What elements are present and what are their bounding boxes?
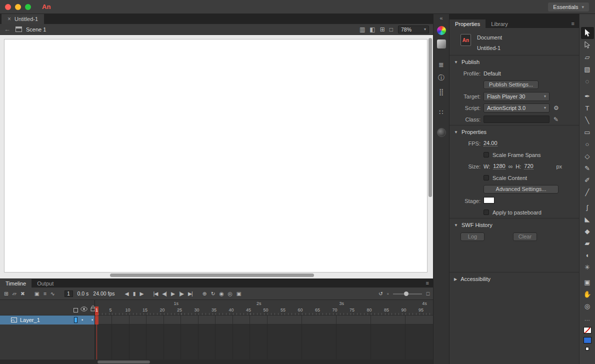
info-panel-icon[interactable]: ⓘ — [437, 74, 446, 82]
reset-timeline-zoom-icon[interactable]: ↺ — [378, 290, 382, 296]
horizontal-scrollbar-thumb[interactable] — [110, 274, 314, 277]
color-panel-icon[interactable] — [437, 26, 446, 35]
stage-color-swatch[interactable] — [484, 197, 494, 204]
pause-icon[interactable]: ▮ — [133, 290, 136, 296]
stage-fill-icon[interactable]: ◧ — [370, 26, 375, 33]
loop-icon[interactable]: ↻ — [211, 290, 215, 296]
swf-log-button[interactable]: Log — [460, 232, 484, 241]
tab-timeline[interactable]: Timeline — [0, 279, 32, 288]
timeline-hscrollbar[interactable] — [0, 360, 433, 364]
go-to-last-frame-icon[interactable]: ▶| — [188, 290, 192, 296]
layer-outline-swatch[interactable] — [74, 317, 78, 323]
asset-warp-tool[interactable]: ✳ — [581, 261, 594, 273]
visibility-column-icon[interactable] — [80, 306, 88, 312]
pencil-tool[interactable]: ✎ — [581, 162, 594, 174]
paint-brush-tool[interactable]: ╱ — [581, 186, 594, 198]
polystar-tool[interactable]: ◇ — [581, 150, 594, 162]
camera-icon[interactable]: ▥ — [360, 26, 365, 33]
stroke-color-swatch[interactable] — [584, 327, 592, 334]
document-name[interactable]: Untitled-1 — [477, 45, 502, 51]
minimize-window-icon[interactable] — [15, 4, 21, 10]
paint-bucket-tool[interactable]: ◣ — [581, 213, 594, 225]
camera-tool[interactable]: ▣ — [581, 276, 594, 288]
outline-column-icon[interactable] — [74, 308, 78, 312]
script-settings-icon[interactable]: ⚙ — [554, 104, 559, 112]
edit-class-icon[interactable]: ✎ — [554, 116, 558, 123]
target-select[interactable]: Flash Player 30 ▾ — [484, 92, 550, 101]
advanced-settings-button[interactable]: Advanced Settings... — [484, 185, 558, 194]
free-transform-tool[interactable]: ▱ — [581, 51, 594, 63]
pen-tool[interactable]: ✒ — [581, 90, 594, 102]
tab-properties[interactable]: Properties — [450, 20, 486, 28]
line-tool[interactable]: ╲ — [581, 114, 594, 126]
center-frame-icon[interactable]: ⊕ — [202, 290, 206, 296]
swf-clear-button[interactable]: Clear — [513, 232, 537, 241]
new-layer-icon[interactable]: ⊞ — [4, 290, 8, 296]
frame-ruler[interactable]: 1s2s3s4s15101520253035404550556065707580… — [95, 300, 433, 316]
go-to-first-frame-icon[interactable]: |◀ — [153, 290, 158, 296]
collapse-panels-icon[interactable]: « — [440, 15, 442, 21]
new-folder-icon[interactable]: ▱ — [12, 290, 16, 296]
align-panel-icon[interactable]: ≣ — [437, 60, 446, 69]
next-frame-icon[interactable]: |▶ — [179, 290, 184, 296]
vertical-scrollbar-thumb[interactable] — [428, 38, 432, 197]
oval-tool[interactable]: ○ — [581, 138, 594, 150]
properties-section-header[interactable]: ▼ Properties — [450, 126, 579, 138]
checkbox-icon[interactable] — [484, 152, 489, 158]
layer-lock-dot[interactable]: • — [92, 318, 93, 322]
eraser-tool[interactable]: ▰ — [581, 237, 594, 249]
step-back-icon[interactable]: ◀ — [125, 290, 128, 296]
more-tools-icon[interactable]: ⋯ — [584, 317, 590, 324]
text-tool[interactable]: T — [581, 102, 594, 114]
frame-zoom-slider[interactable] — [393, 290, 422, 297]
classic-brush-tool[interactable]: ✐ — [581, 174, 594, 186]
onion-skin-icon[interactable]: ◉ — [219, 290, 223, 296]
current-frame-readout[interactable]: 1 — [64, 290, 73, 297]
apply-to-pasteboard-checkbox[interactable]: Apply to pasteboard — [484, 210, 575, 216]
tab-output[interactable]: Output — [32, 279, 59, 288]
workspace-switcher[interactable]: Essentials ▾ — [548, 2, 589, 12]
script-select[interactable]: ActionScript 3.0 ▾ — [484, 104, 550, 112]
checkbox-icon[interactable] — [484, 210, 489, 215]
zoom-in-frames-icon[interactable]: □ — [426, 290, 429, 296]
accessibility-section-header[interactable]: ▶ Accessibility — [450, 272, 579, 284]
selection-tool[interactable] — [581, 27, 594, 39]
layer-frames-row[interactable] — [95, 316, 433, 324]
lasso-tool[interactable]: ◌ — [581, 75, 594, 87]
layer-name[interactable]: Layer_1 — [20, 317, 40, 323]
edit-multiple-frames-icon[interactable]: ▣ — [236, 290, 241, 296]
scale-content-checkbox[interactable]: Scale Content — [484, 175, 575, 181]
back-icon[interactable]: ← — [4, 26, 10, 33]
camera-icon[interactable]: ▣ — [34, 290, 39, 296]
timeline-menu-icon[interactable]: ≡ — [426, 280, 429, 286]
eyedropper-tool[interactable]: ◆ — [581, 225, 594, 237]
frames-area[interactable]: 1s2s3s4s15101520253035404550556065707580… — [95, 300, 433, 360]
libraries-panel-icon[interactable] — [437, 128, 446, 137]
checkbox-icon[interactable] — [484, 175, 489, 180]
width-tool[interactable]: ◖ — [581, 249, 594, 261]
clip-content-icon[interactable]: □ — [390, 26, 393, 33]
zoom-tool[interactable]: ◎ — [581, 300, 594, 312]
link-dimensions-icon[interactable]: ∞ — [508, 163, 513, 170]
panel-menu-icon[interactable]: ≡ — [572, 20, 574, 26]
gradient-transform-tool[interactable]: ▧ — [581, 63, 594, 75]
frames-empty-area[interactable] — [95, 324, 433, 360]
close-window-icon[interactable] — [5, 4, 11, 10]
zoom-out-frames-icon[interactable]: ▫ — [387, 290, 388, 296]
swatches-panel-icon[interactable] — [437, 40, 446, 48]
onion-skin-outlines-icon[interactable]: ◎ — [228, 290, 232, 296]
zoom-select[interactable]: 78% ▾ — [398, 26, 429, 34]
step-forward-icon[interactable]: ▶ — [140, 290, 143, 296]
publish-settings-button[interactable]: Publish Settings... — [484, 80, 538, 89]
previous-frame-icon[interactable]: ◀| — [162, 290, 166, 296]
horizontal-scrollbar[interactable] — [4, 274, 426, 278]
vertical-scrollbar[interactable] — [428, 37, 432, 272]
default-colors-icon[interactable] — [586, 347, 589, 350]
close-tab-icon[interactable]: × — [8, 16, 11, 22]
subselection-tool[interactable] — [581, 39, 594, 51]
timeline-hscrollbar-thumb[interactable] — [98, 360, 150, 364]
tab-library[interactable]: Library — [486, 20, 514, 28]
components-panel-icon[interactable]: ∷ — [437, 108, 446, 116]
layer-row[interactable]: Layer_1 • • — [0, 316, 94, 324]
stage-canvas[interactable] — [4, 39, 428, 272]
